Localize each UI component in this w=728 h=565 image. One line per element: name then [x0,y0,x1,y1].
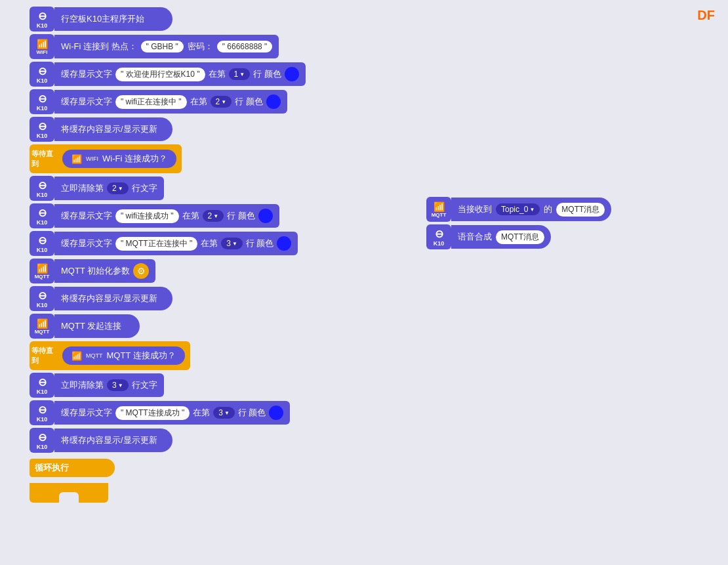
topic-dropdown[interactable]: Topic_0 [496,203,540,215]
block-cache-wifi-connecting: ⊖K10 缓存显示文字 " wifi正在连接中 " 在第 2 行 颜色 [30,89,306,114]
block-tts: ⊖K10 语音合成 MQTT消息 [426,224,611,249]
block-clear-row3: ⊖K10 立即清除第 3 行文字 [30,373,306,398]
mqtt-icon-12: 📶 MQTT [30,314,54,339]
row-dropdown-1[interactable]: 1 [229,68,251,80]
wifi-success-str: " wifi连接成功 " [115,209,179,223]
block-cache-welcome: ⊖K10 缓存显示文字 " 欢迎使用行空板K10 " 在第 1 行 颜色 [30,62,306,87]
row-dropdown-14[interactable]: 3 [107,379,129,391]
block-cache-mqtt-connecting: ⊖K10 缓存显示文字 " MQTT正在连接中 " 在第 3 行 颜色 [30,231,306,256]
mqtt-recv-icon: 📶 MQTT [426,197,451,222]
k10-icon-15: ⊖K10 [30,400,54,425]
block-wait-wifi: 等待直到 📶 WIFI Wi-Fi 连接成功？ [30,144,306,173]
ssid-value: " GBHB " [141,41,184,52]
block-mqtt-receive: 📶 MQTT 当接收到 Topic_0 的 MQTT消息 [426,197,611,222]
block-refresh-1: ⊖K10 将缓存内容显示/显示更新 [30,117,306,142]
loop-label: 循环执行 [30,459,115,477]
block-start-label: 行空板K10主程序开始 [54,7,172,31]
wait-mqtt-label: 等待直到 [31,343,59,368]
row-dropdown-7[interactable]: 2 [107,182,129,194]
row-dropdown-15[interactable]: 3 [213,407,235,419]
mqtt-success-str: " MQTT连接成功 " [115,406,190,420]
flow-container: ⊖ K10 行空板K10主程序开始 📶 WIFI Wi-Fi 连接到 热点： "… [30,7,306,503]
block-mqtt-init: 📶 MQTT MQTT 初始化参数 ⚙ [30,259,306,283]
wifi-connecting-str: " wifi正在连接中 " [115,95,187,109]
wifi-success-inner: 📶 WIFI Wi-Fi 连接成功？ [62,150,176,168]
k10-icon-1: ⊖ K10 [30,7,54,31]
k10-icon-14: ⊖K10 [30,373,54,398]
block-loop: 循环执行 [30,455,306,480]
mqtt-msg-label-1: MQTT消息 [556,203,605,217]
mqtt-success-inner: 📶 MQTT MQTT 连接成功？ [62,346,185,365]
block-wifi-connect: 📶 WIFI Wi-Fi 连接到 热点： " GBHB " 密码： " 6666… [30,34,306,59]
loop-bottom [30,483,108,503]
wait-wifi-label: 等待直到 [31,146,59,171]
df-logo: DF [697,8,715,23]
row-dropdown-9[interactable]: 3 [221,238,243,249]
mqtt-msg-label-2: MQTT消息 [496,230,544,244]
k10-icon-3: ⊖K10 [30,62,54,87]
block-wait-mqtt: 等待直到 📶 MQTT MQTT 连接成功？ [30,341,306,370]
k10-icon-9: ⊖K10 [30,231,54,256]
color-dot-1[interactable] [285,67,299,81]
row-dropdown-4[interactable]: 2 [211,96,232,108]
mqtt-event-container: 📶 MQTT 当接收到 Topic_0 的 MQTT消息 ⊖K10 语音合成 M… [426,197,611,249]
block-refresh-3: ⊖K10 将缓存内容显示/显示更新 [30,428,306,453]
color-dot-9[interactable] [277,236,291,251]
block-clear-row2: ⊖K10 立即清除第 2 行文字 [30,176,306,201]
k10-icon-7: ⊖K10 [30,176,54,201]
k10-icon-4: ⊖K10 [30,89,54,114]
block-mqtt-connect: 📶 MQTT MQTT 发起连接 [30,314,306,339]
wifi-icon-badge: 📶 WIFI [30,34,54,59]
k10-icon-16: ⊖K10 [30,428,54,453]
password-value: " 66668888 " [217,41,273,52]
color-dot-15[interactable] [269,406,283,420]
color-dot-4[interactable] [266,94,281,109]
k10-icon-5: ⊖K10 [30,117,54,142]
wifi-connect-block: Wi-Fi 连接到 热点： " GBHB " 密码： " 66668888 " [54,35,279,58]
block-refresh-2: ⊖K10 将缓存内容显示/显示更新 [30,286,306,311]
k10-icon-8: ⊖K10 [30,203,54,228]
mqtt-icon-10: 📶 MQTT [30,259,54,283]
gear-icon[interactable]: ⚙ [133,263,149,279]
k10-icon-11: ⊖K10 [30,286,54,311]
block-cache-wifi-success: ⊖K10 缓存显示文字 " wifi连接成功 " 在第 2 行 颜色 [30,203,306,228]
mqtt-connecting-str: " MQTT正在连接中 " [115,237,197,251]
color-dot-8[interactable] [258,209,273,223]
block-cache-mqtt-success: ⊖K10 缓存显示文字 " MQTT连接成功 " 在第 3 行 颜色 [30,400,306,425]
welcome-str: " 欢迎使用行空板K10 " [115,68,205,81]
k10-icon-tts: ⊖K10 [426,224,451,249]
row-dropdown-8[interactable]: 2 [203,210,224,222]
block-start: ⊖ K10 行空板K10主程序开始 [30,7,306,31]
